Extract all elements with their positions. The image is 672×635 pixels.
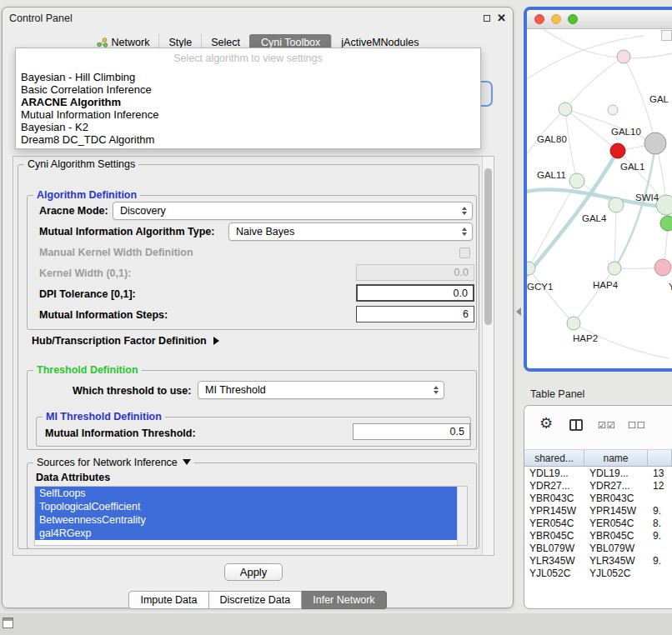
sources-for-network-inference-group: Sources for Network Inference Data Attri… [27, 462, 477, 549]
algorithm-option-basic-correlation-inference[interactable]: Basic Correlation Inference [16, 83, 480, 96]
cyni-settings-scrollpane: Cyni Algorithm Settings Algorithm Defini… [13, 156, 494, 556]
GAL10-node[interactable] [644, 132, 666, 154]
expand-arrow-icon[interactable] [213, 337, 219, 345]
network-canvas[interactable]: GALGAL80GAL10GAL1GAL11SWI4GAL4GCY1HAP4YH… [527, 29, 672, 368]
HAP4-node[interactable] [654, 259, 671, 276]
GAL1-node[interactable] [610, 143, 625, 158]
GAL11-node[interactable] [569, 173, 584, 188]
gear-icon[interactable]: ⚙ [539, 416, 553, 431]
mi-threshold-definition-group: MI Threshold Definition Mutual Informati… [36, 417, 471, 447]
node-label: GCY1 [527, 282, 553, 292]
control-panel-titlebar[interactable]: Control Panel ✕ [3, 8, 513, 29]
zoom-button[interactable] [568, 14, 578, 24]
table-cell [648, 542, 672, 555]
network-graph[interactable]: GALGAL80GAL10GAL1GAL11SWI4GAL4GCY1HAP4YH… [527, 29, 672, 368]
node-label: GAL4 [582, 213, 607, 223]
attribute-item-topologicalcoefficient[interactable]: TopologicalCoefficient [35, 500, 457, 513]
tab-impute-data[interactable]: Impute Data [128, 591, 208, 609]
deselect-all-icon[interactable]: ☐☐ [628, 420, 646, 431]
network-edge[interactable] [527, 109, 565, 154]
data-attributes-label: Data Attributes [36, 472, 110, 483]
table-cell: YLR345W [584, 555, 648, 568]
network-window-titlebar[interactable] [527, 10, 672, 29]
settings-scrollbar[interactable] [482, 157, 494, 555]
dpi-tolerance-field[interactable]: 0.0 [356, 284, 474, 302]
attribute-item-betweennesscentrality[interactable]: BetweennessCentrality [35, 513, 457, 527]
columns-icon[interactable] [569, 419, 583, 431]
splitter-collapse-icon[interactable] [516, 308, 521, 316]
manual-kernel-width-label: Manual Kernel Width Definition [39, 247, 193, 258]
column-header-col-2[interactable] [648, 450, 672, 466]
table-row[interactable]: YDL19...YDL19...13 [524, 468, 672, 480]
network-edge[interactable] [574, 268, 614, 323]
table-row[interactable]: YLR345WYLR345W9. [524, 555, 672, 568]
algorithm-option-mutual-information-inference[interactable]: Mutual Information Inference [16, 108, 480, 121]
close-icon[interactable]: ✕ [497, 12, 506, 24]
table-cell: YBL079W [584, 542, 648, 555]
float-window-icon[interactable] [484, 15, 490, 22]
network-edge[interactable] [529, 268, 574, 323]
table-row[interactable]: YBR043CYBR043C [524, 492, 672, 505]
algorithm-option-dream8-dc-tdc-algorithm[interactable]: Dream8 DC_TDC Algorithm [16, 133, 480, 146]
tab-discretize-data[interactable]: Discretize Data [209, 591, 303, 609]
attribute-rows: SelfLoopsTopologicalCoefficientBetweenne… [35, 487, 457, 540]
tab-label: Select [211, 37, 240, 48]
HAP2-node[interactable] [567, 317, 580, 330]
table-cell: YBR045C [584, 530, 648, 542]
table-row[interactable]: YER054CYER054C8. [524, 518, 672, 530]
algorithm-option-bayesian-hill-climbing[interactable]: Bayesian - Hill Climbing [16, 71, 480, 83]
tab-label: Style [168, 37, 192, 48]
table-cell: YBR043C [584, 492, 648, 505]
tab-infer-network[interactable]: Infer Network [302, 591, 386, 609]
mi-steps-field[interactable]: 6 [356, 306, 474, 322]
manual-kernel-width-checkbox[interactable] [459, 248, 470, 258]
column-header-name[interactable]: name [584, 450, 648, 466]
table-row[interactable]: YDR27...YDR27...12 [524, 480, 672, 492]
scrollbar-corner-box[interactable] [661, 30, 672, 41]
GAL4-node[interactable] [609, 198, 624, 212]
attribute-item-selfloops[interactable]: SelfLoops [35, 487, 457, 500]
table-row[interactable]: YBR045CYBR045C9. [524, 530, 672, 542]
attribute-item-gal4rgexp[interactable]: gal4RGexp [35, 527, 457, 540]
table-row[interactable]: YBL079WYBL079W [524, 542, 672, 555]
network-edge[interactable] [544, 29, 672, 58]
column-header-shared[interactable]: shared... [524, 450, 584, 466]
network-node[interactable] [608, 105, 618, 115]
mi-algorithm-type-select[interactable]: Naive Bayes [228, 222, 473, 241]
collapse-arrow-icon[interactable] [183, 459, 191, 465]
algorithm-option-bayesian-k2[interactable]: Bayesian - K2 [16, 121, 480, 133]
threshold-definition-group: Threshold Definition Which threshold to … [27, 370, 477, 450]
network-edge[interactable] [565, 57, 624, 109]
docked-panel-icon[interactable] [3, 618, 13, 628]
network-node[interactable] [660, 216, 672, 231]
kernel-width-field[interactable]: 0.0 [356, 264, 474, 281]
close-button[interactable] [534, 14, 544, 24]
data-attributes-list[interactable]: SelfLoopsTopologicalCoefficientBetweenne… [34, 486, 468, 546]
table-row[interactable]: YJL052CYJL052C [524, 568, 672, 580]
node-label: SWI4 [635, 192, 659, 202]
cyni-algorithm-settings-group: Cyni Algorithm Settings Algorithm Defini… [18, 164, 479, 549]
algorithm-option-aracne-algorithm[interactable]: ARACNE Algorithm [16, 96, 480, 108]
select-all-icon[interactable]: ☑☑ [598, 420, 616, 431]
hub-transcription-factor-section[interactable]: Hub/Transcription Factor Definition [32, 335, 219, 347]
network-edge[interactable] [565, 109, 577, 181]
table-row[interactable]: YPR145WYPR145W9. [524, 505, 672, 518]
minimize-button[interactable] [551, 14, 561, 24]
group-title: MI Threshold Definition [43, 411, 165, 422]
attributes-list-scrollbar[interactable] [457, 487, 467, 545]
table-cell: 9. [648, 505, 672, 518]
network-edge[interactable] [565, 109, 618, 151]
network-node[interactable] [617, 50, 630, 63]
apply-button[interactable]: Apply [224, 563, 283, 581]
aracne-mode-select[interactable]: Discovery [113, 202, 473, 220]
network-node[interactable] [608, 262, 621, 275]
network-edge[interactable] [614, 205, 616, 268]
network-node[interactable] [559, 102, 572, 116]
which-threshold-select[interactable]: MI Threshold [198, 381, 444, 399]
table-cell: YDR27... [524, 480, 584, 492]
scrollbar-thumb[interactable] [484, 168, 492, 325]
table-cell: YDL19... [524, 468, 584, 480]
mi-threshold-field[interactable]: 0.5 [353, 423, 470, 440]
sources-section-header[interactable]: Sources for Network Inference [33, 457, 194, 468]
network-icon [97, 38, 108, 48]
